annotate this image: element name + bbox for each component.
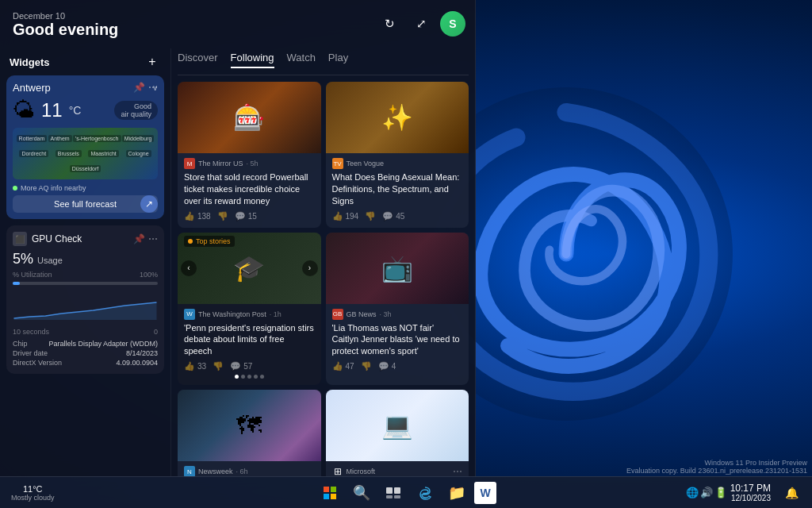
news-card-powerball[interactable]: 🎰 M The Mirror US · 5h Store that sold r…: [178, 82, 321, 228]
taskbar-date: 12/10/2023: [730, 494, 771, 502]
gpu-driver-date-row: Driver date 8/14/2023: [13, 348, 158, 358]
battery-icon[interactable]: 🔋: [714, 487, 727, 498]
notification-button[interactable]: 🔔: [777, 479, 806, 507]
winter-storm-time: · 6h: [236, 468, 248, 475]
taskbar-time[interactable]: 10:17 PM 12/10/2023: [730, 483, 774, 502]
weather-circle-button[interactable]: ↗: [140, 195, 158, 213]
weather-more-icon[interactable]: ⋯: [148, 82, 158, 93]
gpu-util-label: % Utilization: [13, 271, 52, 279]
weather-condition-icon: 🌤: [13, 97, 35, 123]
weather-forecast-button[interactable]: See full forecast: [13, 195, 158, 213]
gpu-chip-label: Chip: [13, 340, 28, 348]
svg-rect-9: [394, 495, 400, 498]
penn-title: 'Penn president's resignation stirs deba…: [184, 322, 315, 358]
penn-likes[interactable]: 👍 33: [184, 361, 206, 371]
panel-header: December 10 Good evening ↻ ⤢ S: [0, 0, 475, 48]
taskbar-weather[interactable]: 11°C Mostly cloudy: [6, 484, 59, 502]
asexual-likes[interactable]: 👍 194: [332, 211, 359, 221]
asexual-dislikes[interactable]: 👎: [365, 211, 376, 221]
weather-air-quality: Good air quality: [114, 101, 158, 120]
weather-temperature: 11: [41, 99, 63, 121]
gpu-pin-icon[interactable]: 📌: [133, 233, 145, 244]
tab-watch[interactable]: Watch: [287, 52, 316, 68]
carousel-dot-2[interactable]: [241, 375, 245, 379]
lia-likes[interactable]: 👍 47: [332, 361, 354, 371]
network-icon[interactable]: 🌐: [686, 487, 699, 498]
gpu-driver-date-label: Driver date: [13, 349, 48, 357]
tab-following[interactable]: Following: [231, 52, 274, 68]
gpu-chip-row: Chip Parallels Display Adapter (WDDM): [13, 339, 158, 348]
news-card-asexual[interactable]: ✨ TV Teen Vogue What Does Being Asexual …: [326, 82, 469, 228]
svg-rect-3: [331, 487, 336, 492]
news-card-winter-storm[interactable]: 🗺 N Newsweek · 6h Winter Storm Warning I…: [178, 390, 321, 476]
like-icon: 👍: [184, 211, 195, 221]
user-avatar[interactable]: S: [440, 11, 465, 37]
asexual-actions: 👍 194 👎 💬 45: [332, 211, 463, 221]
like-icon-4: 👍: [332, 361, 343, 371]
lia-dislikes[interactable]: 👎: [361, 361, 372, 371]
news-card-microsoft[interactable]: 💻 ⊞ Microsoft ⋯ ...e power and speed any…: [326, 390, 469, 476]
tab-discover[interactable]: Discover: [178, 52, 218, 68]
edge-button[interactable]: [411, 479, 439, 507]
teen-vogue-icon: TV: [332, 158, 343, 169]
powerball-comments[interactable]: 💬 15: [235, 211, 257, 221]
news-card-penn[interactable]: 🎓 Top stories ‹ › W The Washington Post …: [178, 233, 321, 386]
tab-play[interactable]: Play: [328, 52, 348, 68]
microsoft-icon: ⊞: [332, 466, 343, 476]
svg-rect-6: [386, 487, 393, 494]
gpu-directx-val: 4.09.00.0904: [116, 359, 158, 367]
powerball-title: Store that sold record Powerball ticket …: [184, 171, 315, 207]
gpu-controls: 📌 ⋯: [133, 233, 158, 244]
carousel-dot-5[interactable]: [260, 375, 264, 379]
like-icon-3: 👍: [184, 361, 195, 371]
start-button[interactable]: [316, 479, 344, 507]
gpu-time-label: 10 seconds: [13, 328, 49, 336]
asexual-comments[interactable]: 💬 45: [382, 211, 404, 221]
lia-image: 📺: [326, 233, 469, 304]
word-button[interactable]: W: [474, 482, 496, 504]
winter-storm-image: 🗺: [178, 390, 321, 461]
penn-body: W The Washington Post · 1h 'Penn preside…: [178, 304, 321, 386]
add-widget-button[interactable]: +: [144, 53, 161, 71]
powerball-dislikes[interactable]: 👎: [217, 211, 228, 221]
volume-icon[interactable]: 🔊: [700, 487, 713, 498]
weather-location: Antwerp: [13, 82, 51, 94]
refresh-button[interactable]: ↻: [377, 11, 402, 37]
carousel-dot-3[interactable]: [247, 375, 251, 379]
lia-comments[interactable]: 💬 4: [378, 361, 396, 371]
penn-time: · 1h: [270, 310, 282, 318]
gpu-directx-label: DirectX Version: [13, 359, 62, 367]
win-info-line2: Evaluation copy. Build 23601.ni_prerelea…: [626, 467, 807, 475]
carousel-next-button[interactable]: ›: [302, 260, 318, 276]
carousel-dot-1[interactable]: [235, 375, 239, 379]
carousel-dot-4[interactable]: [254, 375, 258, 379]
dislike-icon-3: 👎: [213, 361, 224, 371]
taskbar-clock: 10:17 PM: [730, 483, 771, 494]
weather-aq-row: More AQ info nearby: [13, 184, 158, 192]
news-card-lia[interactable]: 📺 GB GB News · 3h 'Lia Thomas was NOT fa…: [326, 233, 469, 386]
map-city-dusseldorf: Düsseldorf: [70, 165, 101, 172]
comment-icon: 💬: [235, 211, 246, 221]
carousel-prev-button[interactable]: ‹: [181, 260, 197, 276]
powerball-likes[interactable]: 👍 138: [184, 211, 211, 221]
like-icon-2: 👍: [332, 211, 343, 221]
top-badge-dot: [188, 239, 193, 244]
task-view-button[interactable]: [379, 479, 408, 507]
weather-pin-icon[interactable]: 📌: [133, 82, 145, 93]
gpu-usage-label: Usage: [37, 256, 63, 265]
top-stories-badge: Top stories: [184, 236, 235, 247]
search-button[interactable]: 🔍: [347, 479, 376, 507]
microsoft-more-icon[interactable]: ⋯: [453, 466, 462, 476]
gpu-more-icon[interactable]: ⋯: [148, 233, 158, 244]
penn-image: 🎓 Top stories ‹ ›: [178, 233, 321, 304]
comment-icon-2: 💬: [382, 211, 393, 221]
taskbar-right: 🌐 🔊 🔋 10:17 PM 12/10/2023 🔔: [686, 479, 812, 507]
gpu-bar: [13, 282, 20, 285]
file-explorer-button[interactable]: 📁: [442, 479, 471, 507]
dislike-icon-2: 👎: [365, 211, 376, 221]
penn-dislikes[interactable]: 👎: [213, 361, 224, 371]
penn-comments[interactable]: 💬 57: [230, 361, 252, 371]
expand-button[interactable]: ⤢: [408, 11, 434, 37]
taskbar-sys-icons: 🌐 🔊 🔋: [686, 487, 727, 498]
asexual-source: TV Teen Vogue: [332, 158, 463, 169]
